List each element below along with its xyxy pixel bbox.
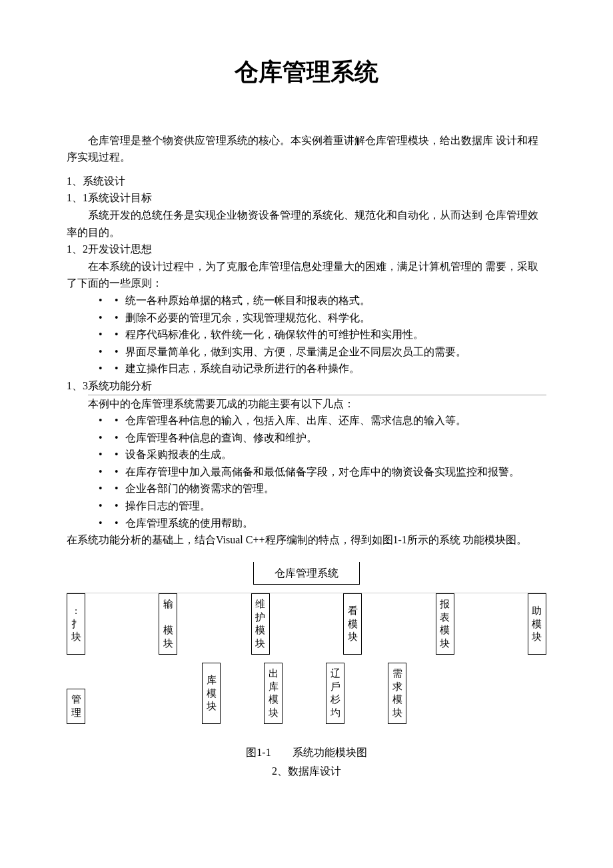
list-item-text: 企业各部门的物资需求的管理。 [125,483,275,494]
section-1-2-heading: 1、2开发设计思想 [67,241,546,258]
module-box: :扌块 [67,593,85,655]
diagram-row-2: 管理 库模块 出库模块 辽戶杉圴 需求模块 [67,663,546,724]
module-box: 需求模块 [388,663,406,724]
list-item-text: 删除不必要的管理冗余，实现管理规范化、科学化。 [125,312,370,323]
module-box: 库模块 [202,663,221,724]
list-item-text: 建立操作日志，系统自动记录所进行的各种操作。 [125,363,360,374]
list-item: 统一各种原始单据的格式，统一帐目和报表的格式。 [99,292,546,309]
section-1-3-heading: 1、3系统功能分析 [67,377,546,395]
section-1-heading: 1、系统设计 [67,173,546,190]
list-item: 界面尽量简单化，做到实用、方便，尽量满足企业不同层次员工的需要。 [99,343,546,361]
diagram-root: 仓库管理系统 [67,562,546,585]
list-item-text: 程序代码标准化，软件统一化，确保软件的可维护性和实用性。 [125,329,424,340]
module-box: 看模块 [343,593,362,655]
principles-list: 统一各种原始单据的格式，统一帐目和报表的格式。 删除不必要的管理冗余，实现管理规… [67,292,546,377]
list-item: 操作日志的管理。 [99,497,546,515]
list-item-text: 设备采购报表的生成。 [125,449,232,460]
list-item-text: 仓库管理各种信息的查询、修改和维护。 [125,432,317,443]
section-1-1-text: 系统开发的总统任务是实现企业物资设备管理的系统化、规范化和自动化，从而达到 仓库… [67,207,546,241]
list-item: 建立操作日志，系统自动记录所进行的各种操作。 [99,360,546,377]
list-item: 设备采购报表的生成。 [99,446,546,463]
section-1-4-text: 在系统功能分析的基础上，结合Visual C++程序编制的特点，得到如图1-1所… [67,531,546,549]
list-item-text: 仓库管理系统的使用帮助。 [125,517,253,529]
list-item: 删除不必要的管理冗余，实现管理规范化、科学化。 [99,309,546,327]
module-box: 维护模块 [251,593,270,655]
list-item: 仓库管理系统的使用帮助。 [99,515,546,532]
list-item-text: 在库存管理中加入最高储备和最低储备字段，对仓库中的物资设备实现监控和报警。 [125,466,520,477]
functions-list: 仓库管理各种信息的输入，包括入库、出库、还库、需求信息的输入等。 仓库管理各种信… [67,412,546,531]
list-item: 仓库管理各种信息的查询、修改和维护。 [99,429,546,447]
module-box: 辽戶杉圴 [326,663,344,724]
list-item: 在库存管理中加入最高储备和最低储备字段，对仓库中的物资设备实现监控和报警。 [99,463,546,481]
list-item-text: 仓库管理各种信息的输入，包括入库、出库、还库、需求信息的输入等。 [125,415,466,426]
intro-paragraph: 仓库管理是整个物资供应管理系统的核心。本实例着重讲解仓库管理模块，给出数据库 设… [67,132,546,166]
document-title: 仓库管理系统 [67,53,546,92]
list-item: 仓库管理各种信息的输入，包括入库、出库、还库、需求信息的输入等。 [99,412,546,429]
list-item: 程序代码标准化，软件统一化，确保软件的可维护性和实用性。 [99,326,546,343]
list-item-text: 操作日志的管理。 [125,500,211,511]
section-1-3-text: 本例中的仓库管理系统需要兀成的功能主要有以下几点： [67,395,546,413]
module-box: 报表模块 [436,593,454,655]
figure-caption: 图1-1 系统功能模块图 [67,744,546,761]
module-box-manage: 管理 [67,689,85,724]
module-box: 出库模块 [264,663,283,724]
section-1-1-heading: 1、1系统设计目标 [67,189,546,207]
module-root-box: 仓库管理系统 [253,562,360,585]
list-item: 企业各部门的物资需求的管理。 [99,480,546,497]
list-item-text: 统一各种原始单据的格式，统一帐目和报表的格式。 [125,295,370,306]
module-box: 输 模块 [159,593,177,655]
diagram-row-1: :扌块 输 模块 维护模块 看模块 报表模块 助模块 [67,593,546,655]
section-2-heading: 2、数据库设计 [67,763,546,780]
diagram-root-label: 仓库管理系统 [67,562,546,585]
list-item-text: 界面尽量简单化，做到实用、方便，尽量满足企业不同层次员工的需要。 [125,346,466,357]
section-1-2-text: 在本系统的设计过程中，为了克服仓库管理信息处理量大的困难，满足计算机管理的 需要… [67,258,546,292]
module-box: 助模块 [528,593,546,655]
